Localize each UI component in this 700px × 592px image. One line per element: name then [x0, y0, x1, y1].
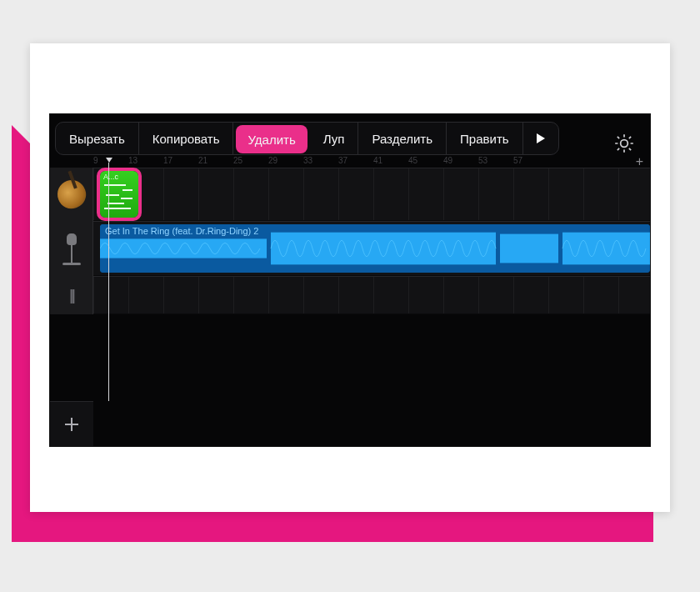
ruler-tick: 33: [303, 156, 338, 168]
menu-copy[interactable]: Копировать: [139, 123, 234, 154]
ruler-tick: 17: [163, 156, 198, 168]
menu-delete[interactable]: Удалить: [236, 125, 307, 153]
ruler-tick: 41: [373, 156, 408, 168]
track-header-multiselect[interactable]: |||: [50, 276, 93, 314]
svg-point-1: [621, 140, 628, 148]
menu-cut[interactable]: Вырезать: [56, 123, 139, 154]
context-menu-row: Вырезать Копировать Удалить Луп Разделит…: [50, 121, 650, 156]
plus-icon: [63, 416, 80, 433]
track-row-empty: |||: [50, 276, 650, 314]
ruler-tick: 49: [443, 156, 478, 168]
track-lane-audio[interactable]: Get In The Ring (feat. Dr.Ring-Ding) 2: [93, 221, 650, 276]
ruler-tick: 13: [128, 156, 163, 168]
daw-app: Вырезать Копировать Удалить Луп Разделит…: [49, 113, 651, 447]
audio-clip-title: Get In The Ring (feat. Dr.Ring-Ding) 2: [100, 224, 650, 238]
audio-clip[interactable]: Get In The Ring (feat. Dr.Ring-Ding) 2: [100, 224, 650, 273]
playhead[interactable]: [108, 163, 109, 401]
ruler-tick: 57: [513, 156, 548, 168]
track-header-guitar[interactable]: [50, 168, 93, 221]
add-track-button[interactable]: [50, 401, 93, 446]
context-menu: Вырезать Копировать Удалить Луп Разделит…: [55, 122, 559, 155]
microphone-icon: [66, 233, 78, 263]
svg-marker-0: [537, 133, 545, 143]
ruler-tick: 45: [408, 156, 443, 168]
ruler-tick: 29: [268, 156, 303, 168]
multitrack-icon: |||: [69, 287, 73, 304]
ruler-tick: 25: [233, 156, 268, 168]
menu-split[interactable]: Разделить: [358, 123, 447, 154]
track-header-audio[interactable]: [50, 221, 93, 276]
ruler-tick: 53: [478, 156, 513, 168]
ruler-tick: 21: [198, 156, 233, 168]
menu-edit[interactable]: Править: [447, 123, 523, 154]
svg-rect-3: [100, 238, 267, 258]
guitar-icon: [53, 176, 90, 213]
track-lane-guitar[interactable]: A...c: [93, 168, 650, 221]
svg-rect-5: [500, 234, 558, 263]
timeline-ruler[interactable]: 9 13 17 21 25 29 33 37 41 45 49 53 57: [93, 156, 627, 168]
menu-more-arrow-icon[interactable]: [523, 123, 558, 154]
track-row-audio: Get In The Ring (feat. Dr.Ring-Ding) 2: [50, 221, 650, 276]
settings-gear-icon[interactable]: [613, 133, 635, 154]
track-lane-empty[interactable]: [93, 276, 650, 314]
midi-clip-selected[interactable]: A...c: [100, 171, 138, 218]
track-row-guitar: A...c: [50, 168, 650, 221]
selection-highlight: [97, 168, 142, 221]
menu-loop[interactable]: Луп: [310, 123, 359, 154]
ruler-tick: 37: [338, 156, 373, 168]
screenshot-card: Вырезать Копировать Удалить Луп Разделит…: [30, 43, 670, 512]
